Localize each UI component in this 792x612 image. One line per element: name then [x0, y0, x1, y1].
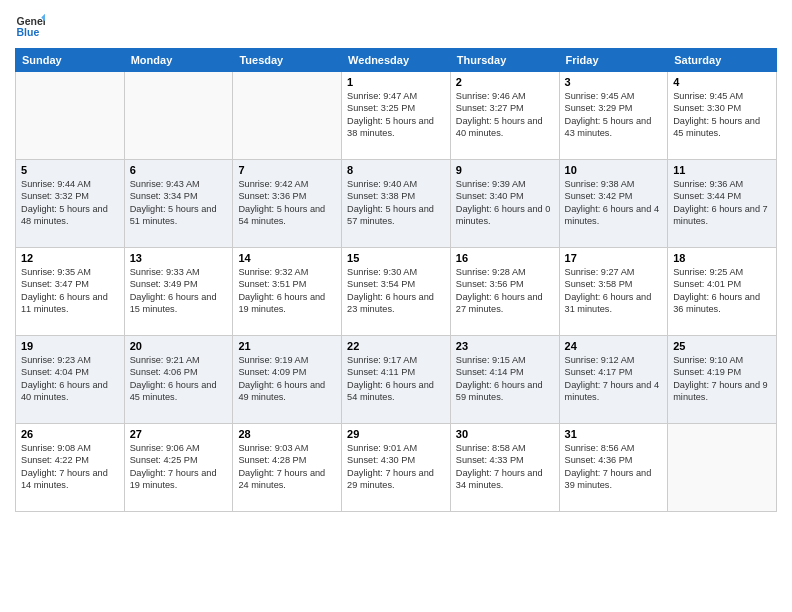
day-info: Sunrise: 9:38 AM Sunset: 3:42 PM Dayligh…: [565, 178, 663, 228]
day-number: 11: [673, 164, 771, 176]
day-info: Sunrise: 9:45 AM Sunset: 3:30 PM Dayligh…: [673, 90, 771, 140]
col-header-monday: Monday: [124, 49, 233, 72]
calendar-cell: 30Sunrise: 8:58 AM Sunset: 4:33 PM Dayli…: [450, 424, 559, 512]
day-number: 26: [21, 428, 119, 440]
calendar-week-row: 12Sunrise: 9:35 AM Sunset: 3:47 PM Dayli…: [16, 248, 777, 336]
col-header-saturday: Saturday: [668, 49, 777, 72]
calendar-cell: 20Sunrise: 9:21 AM Sunset: 4:06 PM Dayli…: [124, 336, 233, 424]
day-info: Sunrise: 9:03 AM Sunset: 4:28 PM Dayligh…: [238, 442, 336, 492]
calendar-table: SundayMondayTuesdayWednesdayThursdayFrid…: [15, 48, 777, 512]
day-info: Sunrise: 9:12 AM Sunset: 4:17 PM Dayligh…: [565, 354, 663, 404]
day-info: Sunrise: 9:06 AM Sunset: 4:25 PM Dayligh…: [130, 442, 228, 492]
day-number: 20: [130, 340, 228, 352]
logo: General Blue: [15, 10, 49, 40]
day-info: Sunrise: 9:40 AM Sunset: 3:38 PM Dayligh…: [347, 178, 445, 228]
day-number: 6: [130, 164, 228, 176]
day-info: Sunrise: 9:19 AM Sunset: 4:09 PM Dayligh…: [238, 354, 336, 404]
calendar-cell: 27Sunrise: 9:06 AM Sunset: 4:25 PM Dayli…: [124, 424, 233, 512]
calendar-cell: 7Sunrise: 9:42 AM Sunset: 3:36 PM Daylig…: [233, 160, 342, 248]
day-number: 3: [565, 76, 663, 88]
day-number: 22: [347, 340, 445, 352]
day-number: 21: [238, 340, 336, 352]
day-info: Sunrise: 9:36 AM Sunset: 3:44 PM Dayligh…: [673, 178, 771, 228]
col-header-friday: Friday: [559, 49, 668, 72]
calendar-week-row: 26Sunrise: 9:08 AM Sunset: 4:22 PM Dayli…: [16, 424, 777, 512]
day-info: Sunrise: 9:08 AM Sunset: 4:22 PM Dayligh…: [21, 442, 119, 492]
calendar-header-row: SundayMondayTuesdayWednesdayThursdayFrid…: [16, 49, 777, 72]
calendar-week-row: 19Sunrise: 9:23 AM Sunset: 4:04 PM Dayli…: [16, 336, 777, 424]
calendar-page: General Blue SundayMondayTuesdayWednesda…: [0, 0, 792, 612]
day-number: 17: [565, 252, 663, 264]
calendar-cell: 22Sunrise: 9:17 AM Sunset: 4:11 PM Dayli…: [342, 336, 451, 424]
day-number: 14: [238, 252, 336, 264]
day-number: 15: [347, 252, 445, 264]
day-info: Sunrise: 9:46 AM Sunset: 3:27 PM Dayligh…: [456, 90, 554, 140]
calendar-cell: 29Sunrise: 9:01 AM Sunset: 4:30 PM Dayli…: [342, 424, 451, 512]
calendar-cell: 4Sunrise: 9:45 AM Sunset: 3:30 PM Daylig…: [668, 72, 777, 160]
calendar-cell: 23Sunrise: 9:15 AM Sunset: 4:14 PM Dayli…: [450, 336, 559, 424]
day-info: Sunrise: 9:39 AM Sunset: 3:40 PM Dayligh…: [456, 178, 554, 228]
calendar-cell: 15Sunrise: 9:30 AM Sunset: 3:54 PM Dayli…: [342, 248, 451, 336]
calendar-week-row: 1Sunrise: 9:47 AM Sunset: 3:25 PM Daylig…: [16, 72, 777, 160]
day-info: Sunrise: 9:43 AM Sunset: 3:34 PM Dayligh…: [130, 178, 228, 228]
day-number: 13: [130, 252, 228, 264]
calendar-cell: 12Sunrise: 9:35 AM Sunset: 3:47 PM Dayli…: [16, 248, 125, 336]
day-number: 1: [347, 76, 445, 88]
calendar-cell: [668, 424, 777, 512]
day-number: 19: [21, 340, 119, 352]
day-number: 29: [347, 428, 445, 440]
day-number: 9: [456, 164, 554, 176]
calendar-cell: 18Sunrise: 9:25 AM Sunset: 4:01 PM Dayli…: [668, 248, 777, 336]
day-info: Sunrise: 9:35 AM Sunset: 3:47 PM Dayligh…: [21, 266, 119, 316]
day-info: Sunrise: 8:56 AM Sunset: 4:36 PM Dayligh…: [565, 442, 663, 492]
day-info: Sunrise: 8:58 AM Sunset: 4:33 PM Dayligh…: [456, 442, 554, 492]
day-info: Sunrise: 9:42 AM Sunset: 3:36 PM Dayligh…: [238, 178, 336, 228]
calendar-cell: 2Sunrise: 9:46 AM Sunset: 3:27 PM Daylig…: [450, 72, 559, 160]
calendar-cell: [233, 72, 342, 160]
logo-icon: General Blue: [15, 10, 45, 40]
calendar-cell: 1Sunrise: 9:47 AM Sunset: 3:25 PM Daylig…: [342, 72, 451, 160]
calendar-cell: 11Sunrise: 9:36 AM Sunset: 3:44 PM Dayli…: [668, 160, 777, 248]
day-info: Sunrise: 9:27 AM Sunset: 3:58 PM Dayligh…: [565, 266, 663, 316]
calendar-cell: 3Sunrise: 9:45 AM Sunset: 3:29 PM Daylig…: [559, 72, 668, 160]
day-number: 28: [238, 428, 336, 440]
day-number: 16: [456, 252, 554, 264]
calendar-cell: 6Sunrise: 9:43 AM Sunset: 3:34 PM Daylig…: [124, 160, 233, 248]
day-number: 8: [347, 164, 445, 176]
day-number: 4: [673, 76, 771, 88]
day-info: Sunrise: 9:23 AM Sunset: 4:04 PM Dayligh…: [21, 354, 119, 404]
day-number: 27: [130, 428, 228, 440]
calendar-cell: 31Sunrise: 8:56 AM Sunset: 4:36 PM Dayli…: [559, 424, 668, 512]
day-info: Sunrise: 9:17 AM Sunset: 4:11 PM Dayligh…: [347, 354, 445, 404]
calendar-cell: 24Sunrise: 9:12 AM Sunset: 4:17 PM Dayli…: [559, 336, 668, 424]
header: General Blue: [15, 10, 777, 40]
day-info: Sunrise: 9:32 AM Sunset: 3:51 PM Dayligh…: [238, 266, 336, 316]
day-number: 24: [565, 340, 663, 352]
day-info: Sunrise: 9:44 AM Sunset: 3:32 PM Dayligh…: [21, 178, 119, 228]
day-number: 18: [673, 252, 771, 264]
calendar-cell: 13Sunrise: 9:33 AM Sunset: 3:49 PM Dayli…: [124, 248, 233, 336]
day-info: Sunrise: 9:33 AM Sunset: 3:49 PM Dayligh…: [130, 266, 228, 316]
calendar-cell: 16Sunrise: 9:28 AM Sunset: 3:56 PM Dayli…: [450, 248, 559, 336]
day-info: Sunrise: 9:28 AM Sunset: 3:56 PM Dayligh…: [456, 266, 554, 316]
day-info: Sunrise: 9:47 AM Sunset: 3:25 PM Dayligh…: [347, 90, 445, 140]
day-info: Sunrise: 9:15 AM Sunset: 4:14 PM Dayligh…: [456, 354, 554, 404]
col-header-tuesday: Tuesday: [233, 49, 342, 72]
calendar-cell: 17Sunrise: 9:27 AM Sunset: 3:58 PM Dayli…: [559, 248, 668, 336]
calendar-cell: 21Sunrise: 9:19 AM Sunset: 4:09 PM Dayli…: [233, 336, 342, 424]
day-number: 30: [456, 428, 554, 440]
day-number: 7: [238, 164, 336, 176]
calendar-cell: 5Sunrise: 9:44 AM Sunset: 3:32 PM Daylig…: [16, 160, 125, 248]
day-info: Sunrise: 9:01 AM Sunset: 4:30 PM Dayligh…: [347, 442, 445, 492]
calendar-cell: [16, 72, 125, 160]
day-info: Sunrise: 9:45 AM Sunset: 3:29 PM Dayligh…: [565, 90, 663, 140]
day-info: Sunrise: 9:25 AM Sunset: 4:01 PM Dayligh…: [673, 266, 771, 316]
calendar-cell: 8Sunrise: 9:40 AM Sunset: 3:38 PM Daylig…: [342, 160, 451, 248]
day-number: 23: [456, 340, 554, 352]
calendar-cell: 9Sunrise: 9:39 AM Sunset: 3:40 PM Daylig…: [450, 160, 559, 248]
calendar-cell: [124, 72, 233, 160]
svg-text:Blue: Blue: [17, 26, 40, 38]
col-header-sunday: Sunday: [16, 49, 125, 72]
day-number: 10: [565, 164, 663, 176]
calendar-cell: 25Sunrise: 9:10 AM Sunset: 4:19 PM Dayli…: [668, 336, 777, 424]
